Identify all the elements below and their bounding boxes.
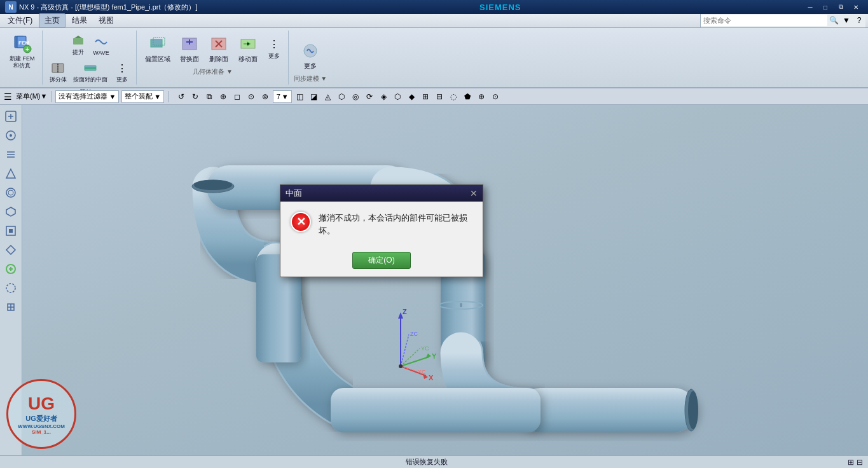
toolbar-group-label-geom: 几何体准备 ▼ — [193, 67, 233, 76]
move-face-button[interactable]: 移动面 — [235, 32, 261, 65]
toolbar-group-label-sync: 同步建模 ▼ — [294, 74, 327, 83]
split-body-button[interactable]: 拆分体 — [48, 59, 69, 85]
more-sync-button[interactable]: 更多 — [297, 39, 324, 72]
wave-button[interactable]: WAVE — [91, 33, 111, 57]
sel-icon-19[interactable]: ◌ — [447, 90, 460, 103]
svg-point-60 — [399, 364, 403, 368]
number-input[interactable]: 7 ▼ — [273, 90, 292, 103]
sel-icon-14[interactable]: ◈ — [377, 90, 390, 103]
toolbar-group-start: 提升 WAVE 拆分体 按面对的中面 — [44, 31, 137, 85]
separator-1 — [51, 91, 52, 102]
offset-region-button[interactable]: 偏置区域 — [142, 32, 174, 65]
sel-icon-11[interactable]: ⬡ — [335, 90, 348, 103]
more-start-button[interactable]: ⋮ 更多 — [112, 59, 132, 85]
app-icon: N — [5, 1, 17, 13]
sidebar-btn-3[interactable] — [2, 146, 20, 163]
svg-point-42 — [194, 180, 232, 190]
move-face-label: 移动面 — [238, 55, 258, 63]
sel-icon-22[interactable]: ⊙ — [489, 90, 502, 103]
menu-results[interactable]: 结果 — [67, 14, 92, 27]
sel-icon-10[interactable]: ◬ — [321, 90, 334, 103]
sel-icon-18[interactable]: ⊟ — [433, 90, 446, 103]
menu-home[interactable]: 主页 — [39, 13, 65, 28]
toolbar-row-geom: 偏置区域 替换面 删除面 移动面 ⋮ — [142, 32, 284, 65]
menu-icon[interactable]: ☰ — [3, 90, 13, 103]
more-geom-button[interactable]: ⋮ 更多 — [264, 36, 284, 62]
sel-icon-17[interactable]: ⊞ — [419, 90, 432, 103]
watermark-url: WWW.UGSNX.COM — [18, 423, 65, 429]
error-dialog: 中面 ✕ ✕ 撤消不成功，本会话内的部件可能已被损坏。 确定(O) — [280, 184, 483, 277]
sidebar-btn-11[interactable] — [2, 298, 20, 316]
sidebar-btn-7[interactable] — [2, 222, 20, 240]
status-icon-1[interactable]: ⊞ — [848, 458, 854, 467]
delete-face-icon — [209, 34, 229, 54]
sel-icon-3[interactable]: ⧉ — [203, 90, 216, 103]
sidebar-btn-6[interactable] — [2, 203, 20, 221]
sel-icon-15[interactable]: ⬡ — [391, 90, 404, 103]
sidebar-btn-4[interactable] — [2, 165, 20, 182]
menu-view[interactable]: 视图 — [93, 14, 119, 27]
midsurface-button[interactable]: 按面对的中面 — [71, 59, 109, 85]
midsurface-icon — [83, 60, 98, 76]
svg-rect-28 — [9, 229, 13, 233]
sel-icon-2[interactable]: ↻ — [189, 90, 202, 103]
search-icon[interactable]: 🔍 — [827, 15, 840, 26]
sidebar-btn-5[interactable] — [2, 184, 20, 202]
sidebar-btn-8[interactable] — [2, 241, 20, 259]
delete-face-button[interactable]: 删除面 — [205, 32, 232, 65]
sel-icon-16[interactable]: ◆ — [405, 90, 418, 103]
menu-file[interactable]: 文件(F) — [3, 14, 38, 27]
sel-icon-4[interactable]: ⊕ — [217, 90, 230, 103]
sel-icon-8[interactable]: ◫ — [293, 90, 306, 103]
sidebar-btn-2[interactable] — [2, 127, 20, 144]
sel-icon-12[interactable]: ◎ — [349, 90, 362, 103]
error-icon: ✕ — [291, 212, 311, 232]
svg-text:YC: YC — [421, 345, 429, 352]
sel-icon-21[interactable]: ⊕ — [475, 90, 488, 103]
sidebar-btn-9[interactable] — [2, 260, 20, 278]
title-bar: N NX 9 - 高级仿真 - [(理想模型) fem1_Pipe_i.prt（… — [0, 0, 868, 14]
new-fem-simulation-button[interactable]: FEM + 新建 FEM 和仿真 — [6, 32, 38, 71]
dialog-close-button[interactable]: ✕ — [470, 188, 478, 198]
sel-icon-20[interactable]: ⬟ — [461, 90, 474, 103]
coordinate-axes: Z Y X ZC YC XC — [359, 303, 436, 379]
status-right: ⊞ ⊟ — [848, 458, 863, 467]
dialog-title-bar: 中面 ✕ — [280, 185, 483, 202]
sidebar-btn-1[interactable] — [2, 107, 20, 125]
promote-button[interactable]: 提升 — [68, 32, 88, 58]
offset-region-label: 偏置区域 — [145, 55, 170, 63]
search-help-icon[interactable]: ? — [853, 15, 865, 26]
svg-text:ZC: ZC — [410, 331, 418, 337]
maximize-button[interactable]: □ — [818, 2, 832, 12]
sel-icon-7[interactable]: ⊚ — [259, 90, 272, 103]
sel-icon-13[interactable]: ⟳ — [363, 90, 376, 103]
toolbar-row-start2: 拆分体 按面对的中面 ⋮ 更多 — [48, 59, 132, 85]
assembly-dropdown[interactable]: 整个装配 ▼ — [121, 90, 164, 103]
sel-icon-1[interactable]: ↺ — [175, 90, 188, 103]
split-body-label: 拆分体 — [50, 76, 67, 84]
status-icon-2[interactable]: ⊟ — [857, 458, 863, 467]
restore-button[interactable]: ⧉ — [834, 2, 848, 12]
svg-rect-10 — [151, 39, 162, 47]
close-button[interactable]: ✕ — [849, 2, 863, 12]
sel-icon-5[interactable]: ◻ — [231, 90, 244, 103]
search-dropdown-icon[interactable]: ▼ — [840, 15, 853, 26]
menu-bar: 文件(F) 主页 结果 视图 🔍 ▼ ? — [0, 14, 868, 28]
svg-rect-38 — [331, 388, 541, 432]
number-value: 7 — [277, 93, 280, 100]
dialog-message: 撤消不成功，本会话内的部件可能已被损坏。 — [319, 212, 472, 237]
replace-face-button[interactable]: 替换面 — [176, 32, 203, 65]
sel-icon-9[interactable]: ◪ — [307, 90, 320, 103]
sidebar-btn-10[interactable] — [2, 279, 20, 297]
window-title: NX 9 - 高级仿真 - [(理想模型) fem1_Pipe_i.prt（修改… — [19, 3, 198, 12]
sel-icon-6[interactable]: ⊙ — [245, 90, 258, 103]
ok-button[interactable]: 确定(O) — [352, 252, 410, 269]
svg-rect-36 — [518, 388, 696, 432]
selection-icons: ↺ ↻ ⧉ ⊕ ◻ ⊙ ⊚ 7 ▼ ◫ ◪ ◬ ⬡ ◎ ⟳ ◈ ⬡ ◆ ⊞ ⊟ … — [175, 90, 502, 103]
search-input[interactable] — [701, 15, 827, 26]
filter-dropdown[interactable]: 没有选择过滤器 ▼ — [55, 90, 119, 103]
viewport[interactable]: Z Y X ZC YC XC — [22, 105, 868, 455]
move-face-icon — [238, 34, 258, 54]
minimize-button[interactable]: ─ — [803, 2, 817, 12]
more-geom-label: 更多 — [268, 52, 280, 60]
